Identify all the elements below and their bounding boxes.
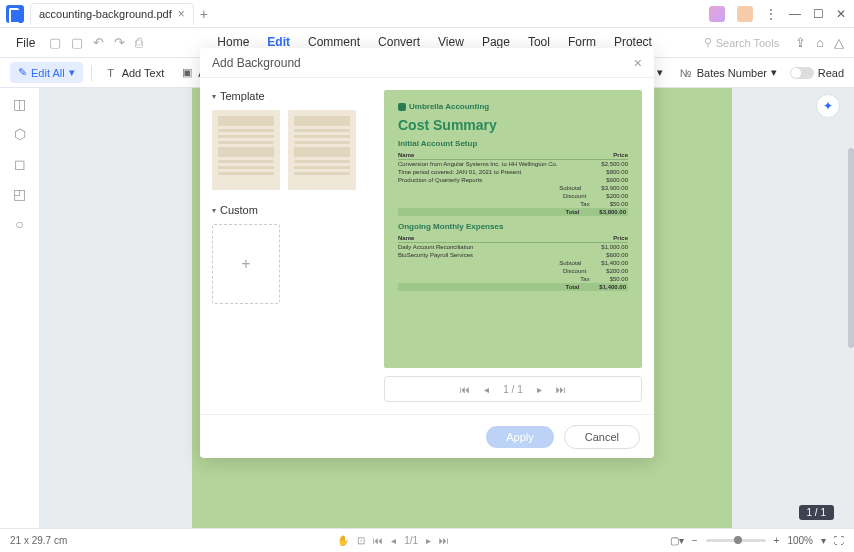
maximize-icon[interactable]: ☐ — [813, 7, 824, 21]
dialog-sidebar: Template Custom + — [200, 78, 372, 414]
zoom-controls: ▢▾ − + 100% ▾ ⛶ — [670, 535, 844, 546]
window-controls: ⋮ — ☐ ✕ — [709, 6, 854, 22]
template-section-label[interactable]: Template — [212, 90, 360, 102]
notification-icon[interactable] — [737, 6, 753, 22]
read-toggle[interactable]: Read — [790, 67, 844, 79]
redo-icon[interactable]: ↷ — [114, 35, 125, 50]
nav-last-icon[interactable]: ⏭ — [439, 535, 449, 546]
page-dimensions: 21 x 29.7 cm — [10, 535, 67, 546]
zoom-level[interactable]: 100% — [787, 535, 813, 546]
thumbnails-icon[interactable]: ◫ — [13, 96, 26, 112]
preview-pager: ⏮ ◂ 1 / 1 ▸ ⏭ — [384, 376, 642, 402]
attachment-icon[interactable]: ◰ — [13, 186, 26, 202]
text-icon: T — [104, 66, 118, 80]
preview-section2: Ongoing Monthly Expenses — [398, 222, 628, 231]
pager-last-icon[interactable]: ⏭ — [556, 384, 566, 395]
left-sidebar: ◫ ⬡ ◻ ◰ ○ — [0, 88, 40, 528]
page-number[interactable]: 1/1 — [404, 535, 418, 546]
preview-title: Cost Summary — [398, 117, 628, 133]
custom-section-label[interactable]: Custom — [212, 204, 360, 216]
tab-filename: accounting-background.pdf — [39, 8, 172, 20]
pencil-icon: ✎ — [18, 66, 27, 79]
close-window-icon[interactable]: ✕ — [836, 7, 846, 21]
theme-icon[interactable] — [709, 6, 725, 22]
new-tab-icon[interactable]: + — [200, 6, 208, 22]
titlebar: accounting-background.pdf × + ⋮ — ☐ ✕ — [0, 0, 854, 28]
zoom-in-icon[interactable]: + — [774, 535, 780, 546]
nav-next-icon[interactable]: ▸ — [426, 535, 431, 546]
add-background-dialog: Add Background × Template Custom + Umbre… — [200, 48, 654, 458]
file-menu[interactable]: File — [10, 36, 41, 50]
menubar-right-icons: ⇪ ⌂ △ — [795, 35, 844, 50]
ai-assist-icon[interactable]: ✦ — [816, 94, 840, 118]
zoom-out-icon[interactable]: − — [692, 535, 698, 546]
dialog-footer: Apply Cancel — [200, 414, 654, 458]
pager-next-icon[interactable]: ▸ — [537, 384, 542, 395]
preview-brand: Umbrella Accounting — [398, 102, 628, 111]
bates-button[interactable]: №Bates Number▾ — [675, 64, 781, 82]
status-bar: 21 x 29.7 cm ✋ ⊡ ⏮ ◂ 1/1 ▸ ⏭ ▢▾ − + 100%… — [0, 528, 854, 552]
dialog-header: Add Background × — [200, 48, 654, 78]
chevron-down-icon: ▾ — [771, 66, 777, 79]
add-text-button[interactable]: TAdd Text — [100, 64, 169, 82]
page-indicator: 1 / 1 — [799, 505, 834, 520]
app-logo — [6, 5, 24, 23]
sync-icon[interactable]: △ — [834, 35, 844, 50]
pager-prev-icon[interactable]: ◂ — [484, 384, 489, 395]
search-side-icon[interactable]: ○ — [15, 216, 23, 232]
fit-icon[interactable]: ⊡ — [357, 535, 365, 546]
edit-all-button[interactable]: ✎ Edit All ▾ — [10, 62, 83, 83]
zoom-slider[interactable] — [706, 539, 766, 542]
cloud-icon[interactable]: ⌂ — [816, 35, 824, 50]
print-icon[interactable]: ⎙ — [135, 35, 143, 50]
close-tab-icon[interactable]: × — [178, 7, 185, 21]
quick-actions: ▢ ▢ ↶ ↷ ⎙ — [49, 35, 143, 50]
bookmark-icon[interactable]: ⬡ — [14, 126, 26, 142]
kebab-menu-icon[interactable]: ⋮ — [765, 7, 777, 21]
nav-first-icon[interactable]: ⏮ — [373, 535, 383, 546]
scrollbar[interactable] — [848, 148, 854, 348]
chevron-down-icon: ▾ — [69, 66, 75, 79]
document-tab[interactable]: accounting-background.pdf × — [30, 3, 194, 25]
dialog-preview-panel: Umbrella Accounting Cost Summary Initial… — [372, 78, 654, 414]
fullscreen-icon[interactable]: ⛶ — [834, 535, 844, 546]
nav-prev-icon[interactable]: ◂ — [391, 535, 396, 546]
template-option-2[interactable] — [288, 110, 356, 190]
pager-first-icon[interactable]: ⏮ — [460, 384, 470, 395]
undo-icon[interactable]: ↶ — [93, 35, 104, 50]
template-option-1[interactable] — [212, 110, 280, 190]
search-icon: ⚲ — [704, 36, 712, 49]
share-icon[interactable]: ⇪ — [795, 35, 806, 50]
chevron-down-icon[interactable]: ▾ — [821, 535, 826, 546]
pager-page: 1 / 1 — [503, 384, 522, 395]
toggle-switch[interactable] — [790, 67, 814, 79]
chevron-down-icon: ▾ — [657, 66, 663, 79]
search-tools[interactable]: ⚲ Search Tools — [704, 36, 779, 49]
view-mode-icon[interactable]: ▢▾ — [670, 535, 684, 546]
preview-section1: Initial Account Setup — [398, 139, 628, 148]
bates-icon: № — [679, 66, 693, 80]
page-nav: ✋ ⊡ ⏮ ◂ 1/1 ▸ ⏭ — [337, 535, 449, 546]
save-icon[interactable]: ▢ — [49, 35, 61, 50]
hand-icon[interactable]: ✋ — [337, 535, 349, 546]
minimize-icon[interactable]: — — [789, 7, 801, 21]
background-preview: Umbrella Accounting Cost Summary Initial… — [384, 90, 642, 368]
add-custom-button[interactable]: + — [212, 224, 280, 304]
folder-icon[interactable]: ▢ — [71, 35, 83, 50]
apply-button[interactable]: Apply — [486, 426, 554, 448]
close-dialog-icon[interactable]: × — [634, 55, 642, 71]
comment-icon[interactable]: ◻ — [14, 156, 26, 172]
cancel-button[interactable]: Cancel — [564, 425, 640, 449]
image-icon: ▣ — [180, 66, 194, 80]
